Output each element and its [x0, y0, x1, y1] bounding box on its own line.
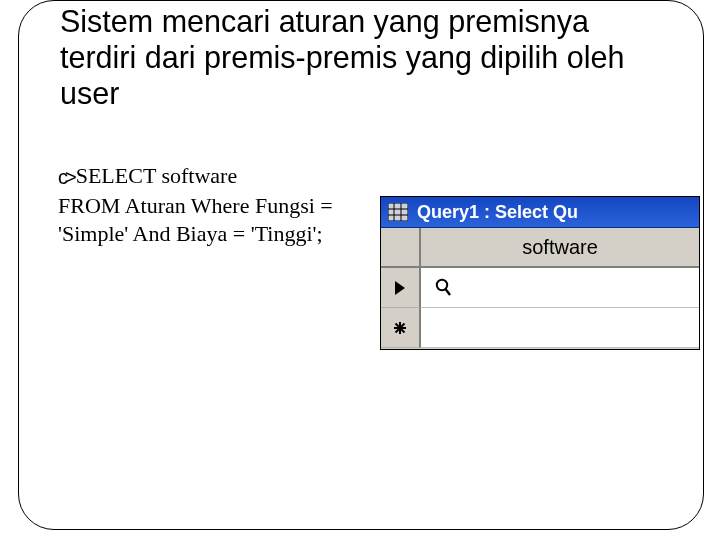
- bullet-item: c> SELECT software: [58, 162, 378, 190]
- bullet-glyph-icon: c>: [58, 165, 74, 190]
- row-selector-header[interactable]: [381, 228, 421, 268]
- svg-point-6: [437, 279, 447, 289]
- current-row-icon: [394, 280, 406, 296]
- slide-body: c> SELECT software FROM Aturan Where Fun…: [58, 162, 378, 247]
- query-window: Query1 : Select Qu software: [380, 196, 700, 350]
- new-row-icon: [392, 320, 408, 336]
- slide-title: Sistem mencari aturan yang premisnya ter…: [60, 4, 660, 112]
- cell[interactable]: [421, 268, 699, 308]
- datasheet-grid: software: [381, 228, 699, 348]
- svg-rect-0: [388, 203, 408, 221]
- bullet-first-line: SELECT software: [76, 162, 238, 190]
- row-selector[interactable]: [381, 268, 421, 308]
- window-titlebar[interactable]: Query1 : Select Qu: [381, 197, 699, 228]
- column-header[interactable]: software: [421, 228, 699, 268]
- cell[interactable]: [421, 308, 699, 348]
- svg-marker-5: [395, 281, 405, 295]
- svg-line-7: [446, 289, 451, 295]
- slide: Sistem mencari aturan yang premisnya ter…: [0, 0, 720, 540]
- magnifier-icon: [435, 278, 453, 298]
- bullet-rest-lines: FROM Aturan Where Fungsi = 'Simple' And …: [58, 192, 378, 247]
- window-title-text: Query1 : Select Qu: [417, 202, 578, 223]
- query-grid-icon: [387, 202, 409, 222]
- row-selector[interactable]: [381, 308, 421, 348]
